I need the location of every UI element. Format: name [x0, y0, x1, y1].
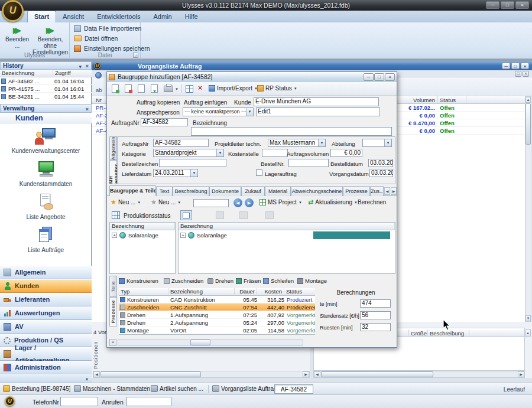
minimize-icon[interactable]: ─: [364, 73, 374, 81]
process-row[interactable]: Konstruieren CAD Konstruktion 05:45 316,…: [119, 296, 315, 303]
sidebar-item-av[interactable]: AV: [0, 320, 92, 334]
edit-record-icon[interactable]: [125, 84, 132, 93]
kundenstammdaten-icon[interactable]: [37, 161, 55, 178]
zuschneiden-button[interactable]: Zuschneiden: [164, 278, 203, 284]
vertical-scrollbar[interactable]: ▲ ▼: [525, 96, 531, 322]
tab-scroll-left-icon[interactable]: ◀: [384, 187, 390, 195]
scroll-right-icon[interactable]: ▶: [518, 371, 524, 377]
kostenstelle-field[interactable]: [262, 149, 288, 157]
edit1-field[interactable]: Edit1: [256, 107, 380, 116]
sidebar-item-kundenverwaltungscenter[interactable]: Kundenverwaltungscenter: [0, 148, 92, 154]
ribbon-tab-start[interactable]: Start: [27, 11, 56, 22]
kategorie-combo[interactable]: Standardprojekt▼: [153, 149, 224, 157]
bottom-tab-prozesse[interactable]: Prozesse: [109, 297, 117, 327]
sidebar-item-lager-artikelverwaltung[interactable]: Lager / Artikelverwaltung: [0, 347, 92, 361]
kunde-field[interactable]: E-Drive München AG: [254, 97, 379, 106]
view-mode-selected-button[interactable]: [180, 210, 192, 220]
liste-angebote-icon[interactable]: [38, 194, 54, 211]
taskbar-item-artikel-suchen[interactable]: Artikel suchen ...: [151, 385, 203, 392]
process-row-highlighted[interactable]: Zuschneiden CNC Zuschnitt 07:54 442,40 P…: [119, 303, 315, 311]
drehen-button[interactable]: Drehen: [207, 278, 233, 284]
expand-icon[interactable]: +: [112, 233, 117, 238]
sidebar-item-lieferanten[interactable]: Lieferanten: [0, 293, 92, 306]
sidebar-item-auswertungen[interactable]: Auswertungen: [0, 306, 92, 320]
rp-status-button[interactable]: RP Status▼: [257, 85, 297, 92]
bottom-tab-teile[interactable]: Teile: [109, 276, 117, 297]
maximize-icon[interactable]: □: [374, 73, 384, 81]
liste-auftraege-icon[interactable]: [38, 227, 54, 244]
ruesten-field[interactable]: 32: [360, 323, 391, 331]
dropdown-arrow-icon[interactable]: ▼: [246, 108, 253, 116]
close-icon[interactable]: ×: [521, 63, 529, 69]
maximize-icon[interactable]: □: [511, 63, 520, 69]
close-icon[interactable]: ×: [385, 73, 395, 81]
dialog-titlebar[interactable]: Baugruppe hinzufügen [AF-34582] ─ □ ×: [107, 72, 397, 82]
tab-beschreibung[interactable]: Beschreibung: [173, 186, 209, 196]
einstellungen-speichern-button[interactable]: Einstellungen speichern: [74, 45, 150, 52]
history-close-icon[interactable]: ×: [86, 63, 89, 69]
side-tab-mitarbeiter[interactable]: Mit arbeiter: [109, 160, 117, 184]
col-dauer[interactable]: Dauer: [235, 288, 257, 296]
side-tab-allgemein[interactable]: Allgemein: [109, 136, 117, 160]
vorgangsliste-titlebar[interactable]: U Vorgangsliste Auftrag ─ □ ×: [92, 61, 532, 70]
scrollbar-thumb[interactable]: [321, 371, 433, 377]
history-col-bezeichnung[interactable]: Bezeichnung: [0, 70, 53, 77]
taskbar-item-vorgangsliste[interactable]: Vorgangsliste Auftrag: [212, 385, 277, 392]
tab-dokumente[interactable]: Dokumente: [209, 186, 241, 196]
bestellzeichen-field[interactable]: [159, 159, 226, 167]
ansprechperson-combo[interactable]: --- keine Kontaktperson ---▼: [183, 107, 254, 116]
scroll-right-icon[interactable]: ▶: [303, 371, 309, 377]
close-icon[interactable]: ×: [523, 71, 529, 77]
col-status[interactable]: Status: [440, 97, 456, 103]
chevron-down-icon[interactable]: ▼: [175, 87, 179, 91]
kundenverwaltungscenter-icon[interactable]: [35, 128, 57, 146]
col-bezeichnung[interactable]: Bezeichnung: [168, 288, 235, 296]
sidebar-item-kunden[interactable]: Kunden: [0, 279, 92, 293]
beenden-ohne-einstellungen-button[interactable]: ▶▶ Beenden, ohne Einstellungen: [32, 24, 69, 56]
history-col-zugriff[interactable]: Zugriff: [53, 70, 92, 77]
ms-project-button[interactable]: MS Project▼: [259, 199, 302, 205]
view-mode-button[interactable]: [239, 211, 248, 219]
dropdown-arrow-icon[interactable]: ▼: [384, 139, 391, 146]
berechnen-button[interactable]: Berechnen: [358, 199, 386, 205]
sidebar-overflow-strip[interactable]: ▾: [0, 374, 92, 383]
ribbon-tab-hilfe[interactable]: Hilfe: [179, 11, 205, 22]
close-pane-icon[interactable]: ×: [109, 339, 116, 346]
copy-record-icon[interactable]: [138, 84, 145, 93]
maximize-icon[interactable]: □: [501, 1, 514, 9]
aktualisierung-button[interactable]: ⇄ Aktualisierung▼: [308, 199, 358, 205]
vorgangsdatum-field[interactable]: 03.03.20: [369, 169, 393, 177]
view-mode-button[interactable]: [265, 211, 274, 219]
data-file-importieren-button[interactable]: Data File importieren: [74, 25, 141, 32]
dialog-horizontal-scrollbar[interactable]: [118, 339, 303, 346]
scrollbar-thumb[interactable]: [525, 103, 531, 145]
bestelldatum-field[interactable]: 03.03.20: [368, 159, 393, 167]
post-record-icon[interactable]: ▼: [151, 84, 158, 93]
form-auftragsnr-field[interactable]: AF-34582: [153, 139, 209, 147]
sidebar-item-liste-auftraege[interactable]: Liste Aufträge: [0, 247, 92, 253]
fraesen-button[interactable]: Fräsen: [236, 278, 261, 284]
sidebar-item-administration[interactable]: Administration: [0, 361, 92, 374]
tree-item-solaranlage[interactable]: + Solaranlage: [110, 231, 175, 239]
tab-abweichungsscheine[interactable]: Abweichungsscheine: [291, 186, 343, 196]
minimize-icon[interactable]: ─: [502, 63, 510, 69]
history-panel-header[interactable]: History ▾ ×: [0, 61, 92, 70]
produktionsstatus-label[interactable]: Produktionsstatus: [124, 213, 171, 219]
import-export-button[interactable]: Import/Export▼: [209, 85, 258, 92]
restore-icon[interactable]: □: [515, 71, 521, 77]
dropdown-arrow-icon[interactable]: ▼: [190, 169, 197, 177]
history-row[interactable]: AF-34582 ... 01.04 16:04: [0, 77, 92, 85]
tab-scroll-right-icon[interactable]: ▶: [391, 187, 397, 195]
process-row[interactable]: Montage VorOrt 02:05 114,58 Vorgemerkt: [119, 327, 315, 334]
col-typ[interactable]: Typ: [119, 288, 168, 296]
taskbar-item-bestellung[interactable]: Bestellung [BE-98745]: [3, 385, 71, 392]
scroll-down-icon[interactable]: ▼: [525, 315, 531, 321]
view-mode-button[interactable]: [216, 211, 224, 219]
minimize-icon[interactable]: ─: [486, 1, 499, 9]
tree-item-solaranlage[interactable]: + Solaranlage: [179, 231, 395, 239]
montage-button[interactable]: Montage: [297, 278, 327, 284]
telefonnr-input[interactable]: [60, 397, 98, 406]
neu-baugruppe-button[interactable]: ★ Neu ...▼: [111, 199, 141, 205]
auftrag-einfuegen-button[interactable]: Auftrag einfügen: [184, 99, 227, 106]
col-groesse[interactable]: Größe: [411, 330, 427, 337]
